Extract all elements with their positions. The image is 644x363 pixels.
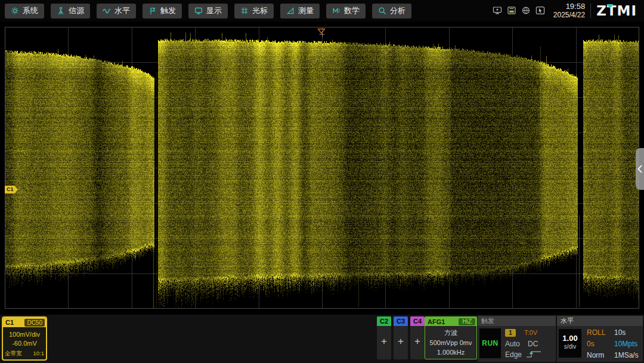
add-channel-button[interactable]: + xyxy=(410,336,425,347)
menu-label: 水平 xyxy=(114,5,130,16)
channel1-label: C1 xyxy=(5,319,24,326)
channel1-coupling-badge[interactable]: DC50 xyxy=(24,319,45,327)
network-icon[interactable] xyxy=(521,6,531,15)
channel-box-c2[interactable]: C2+ xyxy=(377,316,391,359)
oscilloscope-ui: 系统信源水平触发显示光标测量数学分析 19:58 2025/4/22 ZTMI … xyxy=(0,0,644,363)
horizontal-window: 10s xyxy=(614,328,626,337)
horizontal-position: 0s xyxy=(587,340,595,348)
cursor-icon xyxy=(240,7,249,15)
clock: 19:58 2025/4/22 xyxy=(553,2,585,20)
channel-box-c4[interactable]: C4+ xyxy=(410,316,425,359)
channel1-marker-label: C1 xyxy=(7,186,14,192)
storage-icon[interactable] xyxy=(507,6,516,15)
date-display: 2025/4/22 xyxy=(553,11,585,20)
afg-frequency: 1.000kHz xyxy=(425,349,476,356)
gear-icon xyxy=(11,7,19,15)
brand-logo: ZTMI xyxy=(596,3,637,19)
trigger-panel[interactable]: 触发 RUN 1 T:0V Auto DC Edge xyxy=(478,316,556,362)
channel-label-c3: C3 xyxy=(394,316,408,326)
add-channel-button[interactable]: + xyxy=(394,336,408,347)
menu-label: 测量 xyxy=(298,5,314,16)
menu-label: 数学 xyxy=(344,5,360,16)
afg-impedance-badge: HiZ xyxy=(459,318,475,325)
menu-label: 分析 xyxy=(390,5,405,16)
channel1-offset-value: -60.0mV xyxy=(3,340,46,347)
afg-label: AFG1 xyxy=(428,318,459,325)
channel1-bandwidth: 全带宽 xyxy=(5,350,22,358)
main-menu: 系统信源水平触发显示光标测量数学分析 xyxy=(5,4,411,19)
afg-levels: 500mVpp 0mv xyxy=(425,339,476,346)
wave-icon xyxy=(103,7,111,15)
waveform-display-area: C1 xyxy=(0,21,644,315)
bottom-status-bar: C1 DC50 100mV/div -60.0mV 全带宽 10:1 C2+C3… xyxy=(0,315,644,363)
horizontal-panel-title: 水平 xyxy=(557,316,643,326)
channel1-info-box[interactable]: C1 DC50 100mV/div -60.0mV 全带宽 10:1 xyxy=(2,316,47,361)
menu-button-system[interactable]: 系统 xyxy=(5,4,44,19)
menu-label: 系统 xyxy=(23,5,38,16)
menu-label: 光标 xyxy=(252,5,268,16)
rising-edge-icon xyxy=(525,350,542,361)
channel-label-c4: C4 xyxy=(410,316,425,326)
menu-button-measure[interactable]: 测量 xyxy=(280,4,320,19)
menu-button-horizontal[interactable]: 水平 xyxy=(97,4,136,19)
inactive-channels: C2+C3+C4+ xyxy=(377,316,425,359)
math-icon xyxy=(332,7,340,15)
status-icons xyxy=(493,6,545,15)
horizontal-panel-body: 1.00 s/div ROLL 10s 0s 10Mpts Norm 1MSa/… xyxy=(557,326,643,362)
menu-button-trigger[interactable]: 触发 xyxy=(143,4,182,19)
afg-info-box[interactable]: AFG1 HiZ 方波 500mVpp 0mv 1.000kHz xyxy=(425,316,477,359)
trigger-source-badge[interactable]: 1 xyxy=(505,329,516,337)
afg-amplitude: 500mVpp xyxy=(430,339,458,346)
remote-display-icon[interactable] xyxy=(493,6,502,15)
trigger-sweep-mode: Auto xyxy=(505,340,520,348)
trigger-level: T:0V xyxy=(524,329,537,336)
menu-button-display[interactable]: 显示 xyxy=(188,4,228,19)
menu-label: 显示 xyxy=(206,5,222,16)
menu-button-math[interactable]: 数学 xyxy=(326,4,366,19)
trigger-position-marker[interactable] xyxy=(317,26,326,32)
trigger-panel-title: 触发 xyxy=(478,316,556,326)
trigger-panel-body: RUN 1 T:0V Auto DC Edge xyxy=(478,326,556,362)
antenna-icon xyxy=(57,7,65,15)
menu-button-cursor[interactable]: 光标 xyxy=(234,4,274,19)
horizontal-mode: ROLL xyxy=(587,328,605,337)
afg-waveform-type: 方波 xyxy=(425,328,476,337)
touch-icon[interactable] xyxy=(535,6,545,15)
afg-offset: 0mv xyxy=(460,339,472,346)
horizontal-panel[interactable]: 水平 1.00 s/div ROLL 10s 0s 10Mpts Norm 1M… xyxy=(557,316,643,362)
timebase-scale-box[interactable]: 1.00 s/div xyxy=(559,329,581,358)
channel1-header: C1 DC50 xyxy=(3,318,46,327)
add-channel-button[interactable]: + xyxy=(377,336,391,347)
side-panel-handle[interactable] xyxy=(636,148,644,190)
logo-triangle-icon xyxy=(606,4,614,8)
status-area: 19:58 2025/4/22 ZTMI xyxy=(493,2,644,20)
flag-icon xyxy=(148,7,157,15)
logo-text: ZTMI xyxy=(596,3,637,19)
menu-button-source[interactable]: 信源 xyxy=(51,4,90,19)
channel-label-c2: C2 xyxy=(377,316,391,326)
memory-depth: 10Mpts xyxy=(614,340,637,348)
top-menu-bar: 系统信源水平触发显示光标测量数学分析 19:58 2025/4/22 ZTMI xyxy=(0,0,644,21)
channel1-probe-ratio: 10:1 xyxy=(33,350,45,358)
timebase-value: 1.00 xyxy=(559,334,581,343)
trigger-type: Edge xyxy=(505,350,522,359)
sample-rate: 1MSa/s xyxy=(614,351,639,359)
time-display: 19:58 xyxy=(553,2,585,11)
afg-header: AFG1 HiZ xyxy=(425,317,476,326)
search-icon xyxy=(378,7,386,15)
trigger-coupling: DC xyxy=(528,340,538,348)
display-icon xyxy=(194,7,203,15)
waveform-canvas[interactable] xyxy=(0,21,644,315)
measure-icon xyxy=(286,7,295,15)
acquisition-mode: Norm xyxy=(587,351,604,359)
channel1-footer: 全带宽 10:1 xyxy=(3,350,46,358)
menu-label: 信源 xyxy=(69,5,84,16)
channel1-scale: 100mV/div xyxy=(3,331,46,338)
menu-label: 触发 xyxy=(160,5,176,16)
acquisition-state[interactable]: RUN xyxy=(479,328,501,358)
divider xyxy=(590,4,591,18)
channel-box-c3[interactable]: C3+ xyxy=(394,316,408,359)
menu-button-analyze[interactable]: 分析 xyxy=(372,4,411,19)
timebase-unit: s/div xyxy=(559,343,581,350)
